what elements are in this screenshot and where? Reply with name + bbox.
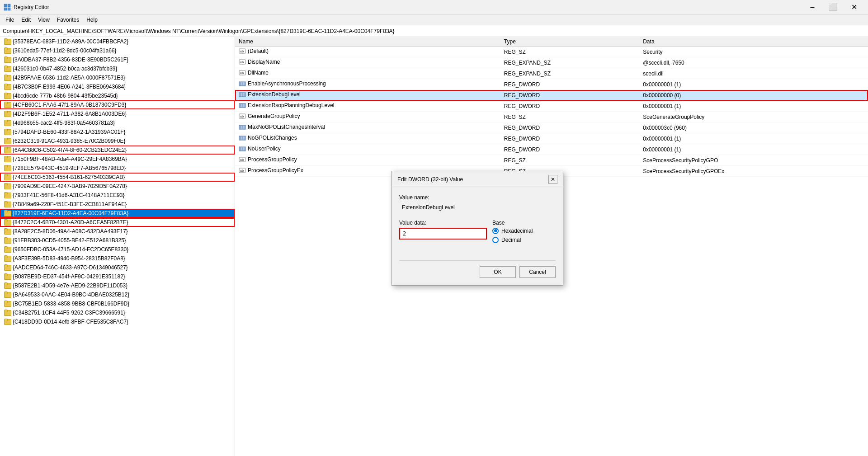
edit-dword-dialog: Edit DWORD (32-bit) Value ✕ Value name: …: [392, 171, 563, 286]
dialog-title: Edit DWORD (32-bit) Value: [397, 176, 463, 183]
decimal-label: Decimal: [501, 237, 521, 243]
cancel-button[interactable]: Cancel: [519, 266, 556, 278]
hexadecimal-label: Hexadecimal: [501, 228, 533, 234]
dialog-input-row: Value data: Base Hexadecimal Decimal: [399, 220, 556, 246]
dialog-buttons: OK Cancel: [392, 266, 563, 285]
value-data-input[interactable]: [399, 228, 487, 240]
value-data-label: Value data:: [399, 220, 487, 226]
value-name-label: Value name:: [399, 194, 556, 201]
base-label: Base: [492, 220, 556, 226]
dialog-close-button[interactable]: ✕: [548, 175, 557, 184]
value-data-section: Value data:: [399, 220, 487, 246]
hexadecimal-option[interactable]: Hexadecimal: [492, 228, 556, 234]
hexadecimal-radio[interactable]: [492, 228, 499, 234]
dialog-title-bar: Edit DWORD (32-bit) Value ✕: [392, 171, 563, 187]
dialog-divider: [399, 260, 556, 261]
value-name-display: ExtensionDebugLevel: [399, 202, 556, 212]
dialog-body: Value name: ExtensionDebugLevel Value da…: [392, 187, 563, 260]
base-section: Base Hexadecimal Decimal: [492, 220, 556, 246]
decimal-option[interactable]: Decimal: [492, 237, 556, 243]
dialog-overlay: Edit DWORD (32-bit) Value ✕ Value name: …: [0, 0, 868, 456]
decimal-radio[interactable]: [492, 237, 499, 243]
ok-button[interactable]: OK: [480, 266, 516, 278]
